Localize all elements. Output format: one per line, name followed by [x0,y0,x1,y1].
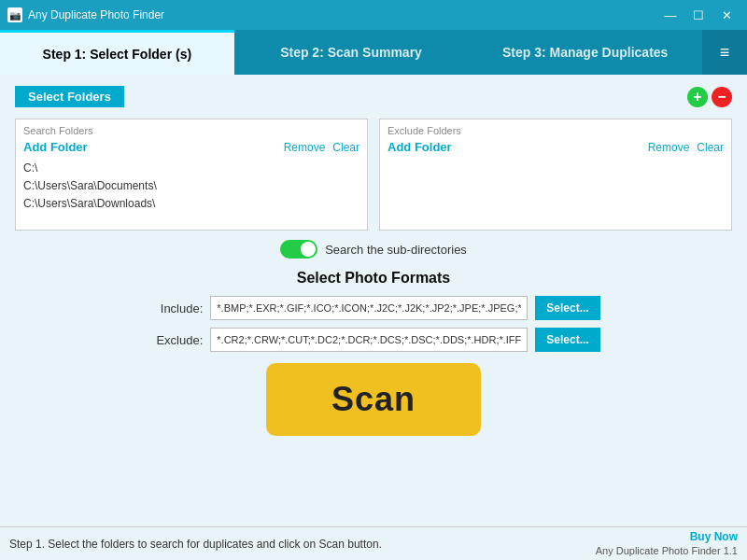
status-text: Step 1. Select the folders to search for… [9,538,382,551]
title-bar: 📷 Any Duplicate Photo Finder — ☐ ✕ [0,0,747,30]
subdirectory-toggle[interactable] [280,240,317,259]
exclude-add-folder-link[interactable]: Add Folder [388,140,452,154]
exclude-remove-link[interactable]: Remove [648,141,690,154]
subdirectory-toggle-row: Search the sub-directories [15,240,732,259]
search-clear-link[interactable]: Clear [332,141,359,154]
include-label: Include: [147,301,203,315]
include-format-row: Include: Select... [15,296,732,320]
select-folders-bar: Select Folders + − [15,86,732,107]
scan-button-wrapper: Scan [15,363,732,436]
maximize-button[interactable]: ☐ [685,5,712,25]
search-folders-header: Search Folders [23,125,359,136]
list-item: C:\Users\Sara\Downloads\ [23,195,359,213]
menu-button[interactable]: ≡ [702,30,747,75]
scan-button[interactable]: Scan [266,363,481,436]
close-button[interactable]: ✕ [713,5,740,25]
exclude-folders-actions: Add Folder Remove Clear [388,140,724,154]
buy-now-link[interactable]: Buy Now [596,530,738,543]
tab-select-folder[interactable]: Step 1: Select Folder (s) [0,30,234,75]
status-bar: Step 1. Select the folders to search for… [0,526,747,560]
search-folder-list: C:\ C:\Users\Sara\Documents\ C:\Users\Sa… [23,160,359,214]
photo-formats-section: Select Photo Formats Include: Select... … [15,270,732,352]
subdirectory-label: Search the sub-directories [325,243,467,257]
search-add-folder-link[interactable]: Add Folder [23,140,88,154]
exclude-folder-links: Remove Clear [648,141,724,154]
exclude-folders-header: Exclude Folders [388,125,724,136]
remove-folder-circle-btn[interactable]: − [712,87,732,107]
minimize-button[interactable]: — [657,5,684,25]
app-title: Any Duplicate Photo Finder [28,8,164,21]
folder-action-buttons: + − [687,87,732,107]
list-item: C:\ [23,160,359,177]
exclude-format-row: Exclude: Select... [15,328,732,352]
search-remove-link[interactable]: Remove [284,141,326,154]
exclude-label: Exclude: [147,333,203,347]
search-folders-panel: Search Folders Add Folder Remove Clear C… [15,119,368,231]
version-text: Any Duplicate Photo Finder 1.1 [596,545,738,556]
app-icon: 📷 [7,7,22,22]
folder-panels: Search Folders Add Folder Remove Clear C… [15,119,732,231]
include-formats-input[interactable] [210,296,528,320]
exclude-folders-panel: Exclude Folders Add Folder Remove Clear [379,119,732,231]
title-bar-left: 📷 Any Duplicate Photo Finder [7,7,164,22]
tab-manage-duplicates[interactable]: Step 3: Manage Duplicates [468,30,702,75]
exclude-clear-link[interactable]: Clear [697,141,724,154]
search-folder-links: Remove Clear [284,141,359,154]
window-controls: — ☐ ✕ [657,5,740,25]
exclude-select-button[interactable]: Select... [535,328,599,352]
exclude-formats-input[interactable] [210,328,528,352]
include-select-button[interactable]: Select... [535,296,599,320]
main-content: Select Folders + − Search Folders Add Fo… [0,75,747,526]
photo-formats-title: Select Photo Formats [15,270,732,287]
add-folder-circle-btn[interactable]: + [687,87,708,107]
step-tabs: Step 1: Select Folder (s) Step 2: Scan S… [0,30,747,75]
select-folders-label: Select Folders [15,86,124,107]
status-right: Buy Now Any Duplicate Photo Finder 1.1 [596,530,738,557]
search-folders-actions: Add Folder Remove Clear [23,140,359,154]
list-item: C:\Users\Sara\Documents\ [23,177,359,195]
tab-scan-summary[interactable]: Step 2: Scan Summary [234,30,469,75]
